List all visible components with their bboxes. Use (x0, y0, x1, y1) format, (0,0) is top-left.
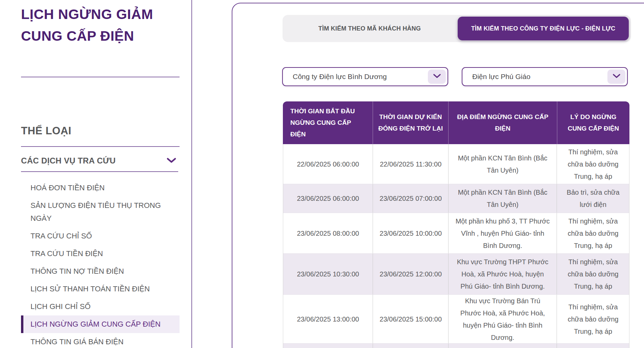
header-reason: LÝ DO NGỪNG CUNG CẤP ĐIỆN (557, 101, 629, 144)
cell-location: Một phần KCN Tân Bình (Bắc Tân Uyên) (449, 184, 557, 213)
table-row: 23/06/2025 13:00:0023/06/2025 15:00:00Kh… (283, 295, 629, 344)
header-location: ĐỊA ĐIỂM NGỪNG CUNG CẤP ĐIỆN (449, 101, 557, 144)
branch-select[interactable]: Điện lực Phú Giáo (462, 67, 628, 86)
cell-location: Một phần khu phố 3, TT Phước Vĩnh , huyệ… (449, 213, 557, 253)
cell-restore-time: 23/06/2025 10:00:00 (373, 213, 449, 253)
table-body: 22/06/2025 06:00:0022/06/2025 11:30:00Mộ… (283, 144, 629, 348)
sidebar-item[interactable]: THÔNG TIN GIÁ BÁN ĐIỆN (21, 333, 180, 348)
page-title: LỊCH NGỪNG GIẢM CUNG CẤP ĐIỆN (21, 3, 173, 47)
cell-reason: Bảo trì, sửa chữa lưới điện (557, 184, 629, 213)
table-header-row: THỜI GIAN BẮT ĐẦU NGỪNG CUNG CẤP ĐIỆN TH… (283, 101, 629, 144)
cell-empty (373, 344, 449, 348)
search-mode-tabbar: TÌM KIẾM THEO MÃ KHÁCH HÀNG TÌM KIẾM THE… (283, 15, 631, 42)
table-row: 23/06/2025 08:00:0023/06/2025 10:00:00Mộ… (283, 213, 629, 254)
sidebar-item-selected[interactable]: LỊCH NGỪNG GIẢM CUNG CẤP ĐIỆN (21, 315, 180, 333)
cell-start-time: 23/06/2025 08:00:00 (283, 213, 373, 253)
sidebar-item[interactable]: TRA CỨU CHỈ SỐ (21, 227, 180, 245)
cell-location: Khu vực Trường THPT Phước Hoà, xã Phước … (449, 254, 557, 294)
table-row: 23/06/2025 06:00:0023/06/2025 07:00:00Mộ… (283, 184, 629, 213)
chevron-down-icon (612, 74, 621, 80)
cell-start-time: 23/06/2025 06:00:00 (283, 184, 373, 213)
table-row: 22/06/2025 06:00:0022/06/2025 11:30:00Mộ… (283, 144, 629, 184)
cell-restore-time: 23/06/2025 15:00:00 (373, 295, 449, 343)
table-row-partial (283, 344, 629, 348)
company-select[interactable]: Công ty Điện lực Bình Dương (282, 67, 448, 86)
sidebar-group-label: CÁC DỊCH VỤ TRA CỨU (21, 156, 116, 165)
branch-select-value: Điện lực Phú Giáo (472, 68, 531, 85)
sidebar-divider-line (191, 0, 192, 348)
chevron-down-icon (433, 74, 441, 80)
sidebar-item[interactable]: LỊCH SỬ THANH TOÁN TIỀN ĐIỆN (21, 280, 180, 298)
cell-restore-time: 23/06/2025 12:00:00 (373, 254, 449, 294)
sidebar-section-title: THỂ LOẠI (21, 125, 71, 137)
cell-start-time: 23/06/2025 13:00:00 (283, 295, 373, 343)
cell-reason: Thí nghiệm, sửa chữa bảo dưỡng Trung, hạ… (557, 144, 629, 184)
chevron-down-icon (167, 158, 176, 163)
cell-start-time: 23/06/2025 10:30:00 (283, 254, 373, 294)
cell-empty (283, 344, 373, 348)
sidebar-divider (21, 146, 180, 147)
sidebar-item[interactable]: TRA CỨU TIỀN ĐIỆN (21, 245, 180, 263)
cell-location: Khu vực Trường Bán Trú Phước Hoà, xã Phư… (449, 295, 557, 343)
cell-restore-time: 22/06/2025 11:30:00 (373, 144, 449, 184)
sidebar-menu: HOÁ ĐƠN TIỀN ĐIỆNSẢN LƯỢNG ĐIỆN TIÊU THỤ… (21, 179, 180, 348)
cell-reason: Thí nghiệm, sửa chữa bảo dưỡng Trung, hạ… (557, 254, 629, 294)
header-restore-time: THỜI GIAN DỰ KIẾN ĐÓNG ĐIỆN TRỞ LẠI (373, 101, 449, 144)
tab-search-by-power-company[interactable]: TÌM KIẾM THEO CÔNG TY ĐIỆN LỰC - ĐIỆN LỰ… (458, 17, 629, 40)
tab-search-by-customer-code[interactable]: TÌM KIẾM THEO MÃ KHÁCH HÀNG (283, 15, 457, 42)
company-select-toggle-button[interactable] (428, 70, 446, 84)
cell-location: Một phần KCN Tân Bình (Bắc Tân Uyên) (449, 144, 557, 184)
sidebar-item[interactable]: HOÁ ĐƠN TIỀN ĐIỆN (21, 179, 180, 197)
sidebar-item[interactable]: SẢN LƯỢNG ĐIỆN TIÊU THỤ TRONG NGÀY (21, 197, 180, 227)
branch-select-toggle-button[interactable] (607, 70, 625, 84)
cell-start-time: 22/06/2025 06:00:00 (283, 144, 373, 184)
cell-empty (557, 344, 629, 348)
cell-reason: Thí nghiệm, sửa chữa bảo dưỡng Trung, hạ… (557, 213, 629, 253)
sidebar-divider (21, 77, 180, 77)
table-row: 23/06/2025 10:30:0023/06/2025 12:00:00Kh… (283, 254, 629, 295)
company-select-value: Công ty Điện lực Bình Dương (293, 68, 387, 85)
cell-restore-time: 23/06/2025 07:00:00 (373, 184, 449, 213)
sidebar-item[interactable]: LỊCH GHI CHỈ SỐ (21, 298, 180, 315)
cell-reason: Thí nghiệm, sửa chữa bảo dưỡng Trung, hạ… (557, 295, 629, 343)
header-start-time: THỜI GIAN BẮT ĐẦU NGỪNG CUNG CẤP ĐIỆN (283, 101, 373, 144)
cell-empty (449, 344, 557, 348)
sidebar-group-lookup-services[interactable]: CÁC DỊCH VỤ TRA CỨU (21, 153, 180, 168)
outage-schedule-table: THỜI GIAN BẮT ĐẦU NGỪNG CUNG CẤP ĐIỆN TH… (283, 101, 629, 348)
sidebar-divider (21, 171, 178, 172)
sidebar-item[interactable]: THÔNG TIN NỢ TIỀN ĐIỆN (21, 263, 180, 280)
